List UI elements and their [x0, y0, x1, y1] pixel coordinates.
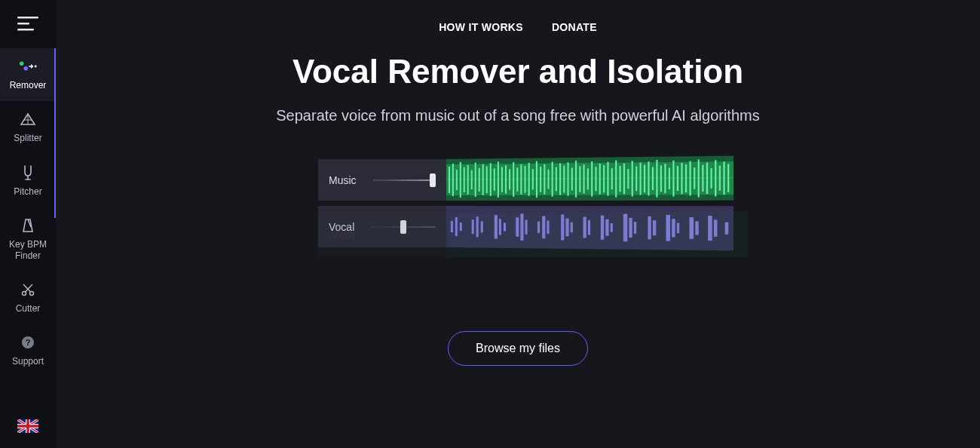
svg-rect-77 — [656, 160, 657, 198]
svg-rect-93 — [723, 161, 724, 195]
svg-rect-83 — [681, 163, 682, 194]
menu-button[interactable] — [0, 0, 56, 48]
sidebar-item-support[interactable]: ? Support — [0, 324, 56, 377]
sidebar: Remover Splitter Pitcher — [0, 0, 56, 448]
svg-point-3 — [20, 62, 24, 66]
sidebar-item-splitter[interactable]: Splitter — [0, 101, 56, 154]
svg-rect-1 — [17, 23, 29, 25]
svg-rect-84 — [685, 164, 687, 192]
svg-rect-48 — [540, 167, 541, 192]
svg-rect-78 — [660, 165, 662, 192]
hamburger-icon — [17, 17, 38, 32]
svg-rect-40 — [509, 169, 510, 189]
svg-rect-24 — [449, 167, 450, 193]
svg-rect-34 — [486, 166, 488, 192]
svg-rect-43 — [520, 164, 522, 195]
svg-rect-72 — [635, 167, 637, 192]
svg-rect-64 — [603, 165, 605, 192]
svg-rect-60 — [587, 168, 589, 189]
page-subtitle: Separate voice from music out of a song … — [276, 107, 759, 124]
main-content: HOW IT WORKS DONATE Vocal Remover and Is… — [56, 0, 980, 448]
svg-rect-26 — [456, 170, 458, 190]
page-title: Vocal Remover and Isolation — [292, 53, 743, 91]
help-icon: ? — [19, 333, 37, 351]
music-track-label: Music — [329, 174, 357, 186]
svg-point-4 — [23, 66, 28, 71]
svg-rect-46 — [532, 169, 534, 190]
active-indicator — [54, 48, 56, 218]
svg-rect-91 — [715, 160, 716, 196]
svg-rect-89 — [706, 163, 708, 195]
svg-rect-75 — [648, 161, 649, 195]
sidebar-item-remover[interactable]: Remover — [0, 48, 56, 101]
music-volume-slider[interactable] — [373, 178, 436, 183]
svg-rect-35 — [490, 163, 492, 196]
sidebar-item-label: Splitter — [14, 133, 41, 143]
svg-rect-25 — [452, 164, 454, 196]
svg-rect-63 — [599, 164, 601, 195]
svg-rect-2 — [17, 29, 34, 31]
svg-rect-47 — [536, 161, 537, 198]
svg-rect-80 — [669, 167, 670, 189]
svg-text:?: ? — [26, 338, 31, 347]
language-selector[interactable] — [17, 419, 38, 433]
svg-rect-36 — [494, 168, 495, 190]
svg-rect-90 — [710, 168, 712, 189]
uk-flag-icon — [17, 419, 38, 433]
svg-rect-0 — [17, 17, 38, 19]
svg-rect-33 — [482, 164, 484, 195]
svg-point-5 — [35, 66, 37, 68]
splitter-icon — [19, 110, 37, 128]
sidebar-item-cutter[interactable]: Cutter — [0, 272, 56, 324]
svg-rect-29 — [467, 165, 469, 195]
scissors-icon — [19, 281, 37, 299]
sidebar-item-keybpm[interactable]: Key BPM Finder — [0, 207, 56, 272]
svg-rect-71 — [632, 161, 633, 196]
svg-rect-54 — [563, 165, 565, 192]
svg-rect-76 — [652, 167, 654, 191]
svg-rect-41 — [513, 162, 514, 197]
nav-how-it-works[interactable]: HOW IT WORKS — [439, 21, 523, 33]
svg-rect-67 — [615, 161, 617, 198]
sidebar-item-label: Pitcher — [14, 186, 41, 197]
waveform-illustration: Music Vocal — [318, 159, 718, 302]
music-waveform-icon — [446, 156, 733, 201]
svg-rect-74 — [644, 164, 645, 192]
sidebar-item-label: Cutter — [16, 303, 41, 314]
svg-rect-65 — [607, 162, 608, 196]
svg-rect-39 — [505, 165, 507, 194]
browse-files-button[interactable]: Browse my files — [448, 331, 588, 366]
sidebar-item-label: Support — [12, 356, 44, 367]
svg-rect-19 — [17, 425, 38, 428]
svg-rect-81 — [672, 161, 674, 197]
svg-rect-59 — [583, 164, 585, 193]
svg-rect-30 — [471, 170, 473, 189]
pitcher-icon — [19, 164, 37, 182]
svg-rect-66 — [611, 168, 613, 189]
svg-rect-27 — [460, 162, 461, 198]
sidebar-item-pitcher[interactable]: Pitcher — [0, 155, 56, 207]
svg-rect-53 — [559, 163, 561, 195]
svg-rect-37 — [498, 161, 499, 198]
svg-rect-62 — [595, 167, 596, 191]
svg-rect-50 — [547, 170, 549, 189]
svg-rect-49 — [544, 164, 545, 195]
svg-rect-61 — [591, 161, 593, 197]
svg-rect-68 — [619, 166, 620, 192]
svg-rect-85 — [689, 161, 691, 196]
svg-rect-73 — [640, 162, 642, 195]
reflection: Vocal — [318, 207, 756, 257]
svg-rect-56 — [571, 167, 573, 190]
sidebar-item-label: Remover — [10, 80, 47, 91]
svg-rect-28 — [464, 167, 465, 192]
svg-point-9 — [23, 291, 26, 295]
nav-donate[interactable]: DONATE — [552, 21, 597, 33]
music-track-panel: Music — [318, 159, 446, 201]
nav-items: Remover Splitter Pitcher — [0, 48, 56, 378]
svg-rect-79 — [664, 164, 666, 193]
metronome-icon — [19, 216, 37, 235]
svg-rect-32 — [479, 168, 480, 192]
svg-rect-42 — [516, 167, 518, 192]
svg-rect-86 — [694, 167, 695, 189]
svg-rect-38 — [501, 167, 503, 192]
